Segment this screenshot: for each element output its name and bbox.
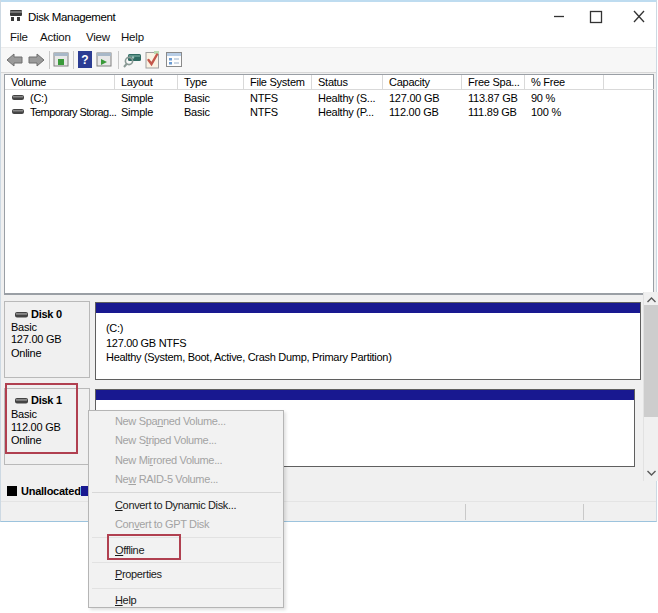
svg-text:?: ?	[81, 53, 88, 67]
